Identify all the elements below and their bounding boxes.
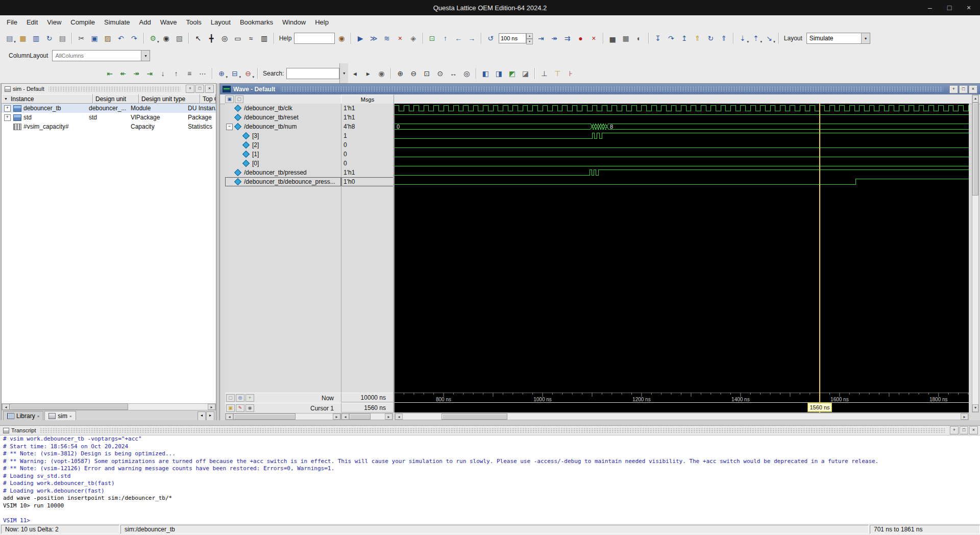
menu-help[interactable]: Help bbox=[310, 17, 333, 28]
more-edges-button[interactable]: ⋯ bbox=[197, 67, 209, 80]
help-search-button[interactable]: ◉ bbox=[335, 32, 348, 44]
wave-signal-row[interactable]: /debouncer_tb/clk bbox=[225, 104, 341, 113]
wave-cursor-bar[interactable] bbox=[395, 403, 969, 412]
wave-filter-icon[interactable]: ▢ bbox=[235, 95, 243, 103]
undo-button[interactable]: ↶ bbox=[115, 32, 127, 44]
scroll-right-button[interactable]: ▸ bbox=[385, 414, 393, 420]
signal-value[interactable]: 0 bbox=[341, 150, 394, 159]
add-mini-icon[interactable]: + bbox=[246, 394, 254, 402]
sim-panel-close-button[interactable]: × bbox=[205, 85, 214, 93]
scroll-right-button[interactable]: ▸ bbox=[208, 404, 215, 410]
add-cursor-button[interactable]: ⊥ bbox=[538, 67, 550, 80]
help-search-input[interactable] bbox=[294, 33, 335, 44]
scroll-down-button[interactable]: ▾ bbox=[972, 404, 978, 412]
run-button[interactable]: ⇥ bbox=[535, 32, 547, 44]
zoom-range-button[interactable]: ↔ bbox=[447, 67, 459, 80]
lock-cursor-button[interactable]: ⊤ bbox=[551, 67, 564, 80]
transcript-close-button[interactable]: × bbox=[969, 426, 978, 434]
signal-value[interactable]: 1'h1 bbox=[341, 104, 394, 113]
wave-canvas[interactable]: 08 bbox=[395, 104, 969, 393]
scroll-left-button[interactable]: ◂ bbox=[341, 414, 349, 420]
columnlayout-select[interactable]: AllColumns▾ bbox=[52, 50, 150, 61]
names-hscrollbar[interactable]: ◂▸ bbox=[225, 413, 341, 420]
wave-search-input[interactable] bbox=[286, 68, 339, 79]
edit-mode-button[interactable]: ▭ bbox=[232, 32, 244, 44]
menu-file[interactable]: File bbox=[2, 17, 22, 28]
column-header-top-cate[interactable]: Top Cate bbox=[200, 94, 216, 104]
stop-button[interactable]: × bbox=[587, 32, 600, 44]
horizontal-splitter[interactable] bbox=[0, 420, 980, 425]
prev-edge-button[interactable]: ↞ bbox=[117, 67, 129, 80]
signal-value[interactable]: 0 bbox=[341, 159, 394, 168]
crosshair-mode-button[interactable]: ╋ bbox=[205, 32, 217, 44]
scroll-thumb[interactable] bbox=[233, 414, 296, 420]
break-button[interactable]: ● bbox=[575, 32, 587, 44]
wave-signal-row[interactable]: /debouncer_tb/debounce_press... bbox=[225, 177, 341, 186]
cursor-row[interactable]: ▣✎◉ Cursor 1 bbox=[225, 403, 341, 414]
wave-hscrollbar[interactable]: ◂▸ bbox=[395, 413, 969, 420]
transcript-body[interactable]: # vsim work.debouncer_tb -voptargs="+acc… bbox=[0, 435, 980, 524]
performance-button[interactable]: ▅ bbox=[606, 32, 619, 44]
redo-button[interactable]: ↷ bbox=[128, 32, 140, 44]
break-x-button[interactable]: × bbox=[394, 32, 406, 44]
tree-row[interactable]: +debouncer_tbdebouncer_...ModuleDU Insta… bbox=[2, 104, 216, 113]
signal-value[interactable]: 0 bbox=[341, 140, 394, 150]
transcript-float-button[interactable]: □ bbox=[960, 426, 968, 434]
options-button[interactable]: ⚙▾ bbox=[147, 32, 159, 44]
scroll-left-button[interactable]: ◂ bbox=[2, 404, 10, 410]
zoom-mini-icon[interactable]: ◎ bbox=[236, 394, 244, 402]
search-dropdown-icon[interactable]: ▾ bbox=[339, 63, 348, 83]
wave-signal-row[interactable]: −/debouncer_tb/num bbox=[225, 122, 341, 131]
tab-close-icon[interactable]: × bbox=[37, 414, 40, 419]
restart-env-button[interactable]: ⊡ bbox=[426, 32, 438, 44]
tabs-scroll-left-button[interactable]: ◂ bbox=[198, 411, 206, 421]
scroll-left-button[interactable]: ◂ bbox=[395, 414, 403, 420]
signal-value[interactable]: 1'h0 bbox=[341, 177, 394, 186]
wave-signal-row[interactable]: /debouncer_tb/reset bbox=[225, 113, 341, 122]
zoom-full-button[interactable]: ⊡ bbox=[421, 67, 433, 80]
zoom-mode-wave-button[interactable]: ◎ bbox=[460, 67, 473, 80]
delete-cursor-button[interactable]: ⊦ bbox=[565, 67, 577, 80]
cut-button[interactable]: ✂ bbox=[75, 32, 87, 44]
find-button[interactable]: ◉ bbox=[160, 32, 173, 44]
save-button[interactable]: ▥ bbox=[30, 32, 42, 44]
stretch-mode-button[interactable]: ≈ bbox=[245, 32, 257, 44]
transcript-titlebar[interactable]: Transcript + □ × bbox=[0, 426, 980, 435]
tab-close-icon[interactable]: × bbox=[69, 414, 72, 419]
select-mini-icon[interactable]: ▢ bbox=[226, 394, 235, 402]
column-header-design-unit[interactable]: Design unit bbox=[93, 94, 139, 104]
expander-icon[interactable]: + bbox=[4, 114, 11, 121]
scroll-thumb[interactable] bbox=[349, 414, 371, 420]
wave-drag-handle[interactable] bbox=[280, 87, 943, 91]
wave-float-button[interactable]: □ bbox=[959, 85, 968, 93]
step-next-button[interactable]: ⇡▾ bbox=[750, 32, 762, 44]
menu-simulate[interactable]: Simulate bbox=[100, 17, 135, 28]
menu-edit[interactable]: Edit bbox=[22, 17, 42, 28]
push-up-button[interactable]: ⇑ bbox=[718, 32, 730, 44]
step-into-button[interactable]: ↧ bbox=[652, 32, 664, 44]
tabs-scroll-right-button[interactable]: ▸ bbox=[206, 411, 214, 421]
select-mode-button[interactable]: ↖ bbox=[192, 32, 204, 44]
wave-signal-row[interactable]: [2] bbox=[225, 140, 341, 150]
restart-button[interactable]: ↺ bbox=[484, 32, 497, 44]
wave-signal-row[interactable]: /debouncer_tb/pressed bbox=[225, 168, 341, 177]
menu-view[interactable]: View bbox=[42, 17, 66, 28]
show-grid-button[interactable]: ◩ bbox=[506, 67, 518, 80]
run-length-down-button[interactable]: ▾ bbox=[526, 39, 533, 44]
scroll-up-button[interactable]: ▴ bbox=[972, 95, 978, 103]
sim-panel-float-button[interactable]: □ bbox=[195, 85, 204, 93]
tab-library[interactable]: Library× bbox=[3, 411, 43, 421]
maximize-button[interactable]: □ bbox=[945, 4, 953, 12]
scroll-right-button[interactable]: ▸ bbox=[333, 414, 340, 420]
pattern-mode-button[interactable]: ▥ bbox=[258, 32, 271, 44]
column-header-instance[interactable]: ▼Instance bbox=[2, 94, 93, 104]
find-mini-icon[interactable]: ◉ bbox=[246, 404, 254, 412]
tab-sim[interactable]: sim× bbox=[44, 411, 76, 421]
env-back-button[interactable]: ← bbox=[452, 32, 464, 44]
transcript-dock-button[interactable]: + bbox=[950, 426, 959, 434]
scroll-thumb[interactable] bbox=[10, 404, 128, 410]
toggle-values-button[interactable]: ◪ bbox=[519, 67, 531, 80]
edit-mini-icon[interactable]: ✎ bbox=[236, 404, 244, 412]
continue-run-button[interactable]: ↠ bbox=[548, 32, 560, 44]
run-length-input[interactable] bbox=[499, 33, 526, 43]
